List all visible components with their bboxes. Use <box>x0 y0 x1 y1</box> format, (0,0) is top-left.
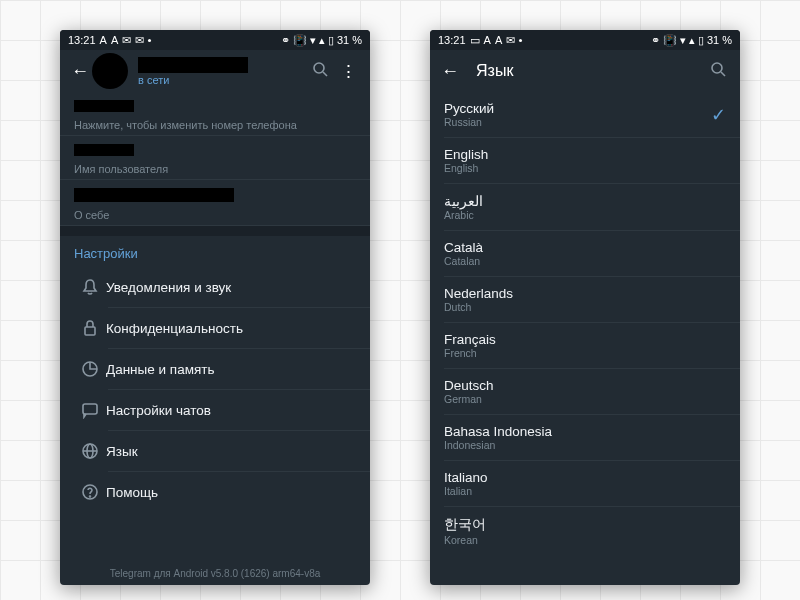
profile-name <box>138 57 248 73</box>
status-bar: 13:21 ▭ A A ✉ ⚭ 📳 ▾ ▴ ▯ 31 % <box>430 30 740 50</box>
language-english: German <box>444 393 494 405</box>
back-button[interactable]: ← <box>68 61 92 82</box>
language-native: العربية <box>444 193 483 209</box>
language-native: Français <box>444 332 496 347</box>
svg-point-9 <box>90 496 91 497</box>
check-icon: ✓ <box>711 104 726 126</box>
more-button[interactable]: ⋮ <box>334 61 362 82</box>
svg-rect-4 <box>83 404 97 414</box>
font-icon: A <box>484 34 491 46</box>
font-icon: A <box>111 34 118 46</box>
language-option[interactable]: Bahasa IndonesiaIndonesian <box>430 415 740 460</box>
svg-rect-2 <box>85 327 95 335</box>
language-english: Russian <box>444 116 494 128</box>
settings-screen: 13:21 A A ✉ ✉ ⚭ 📳 ▾ ▴ ▯ 31 % ← в сети ⋮ … <box>60 30 370 585</box>
divider <box>60 226 370 236</box>
version-text: Telegram для Android v5.8.0 (1626) arm64… <box>60 568 370 579</box>
bell-icon <box>74 278 106 296</box>
mail-icon: ✉ <box>506 34 515 47</box>
wifi-icon: ▾ <box>680 34 686 47</box>
language-english: Arabic <box>444 209 483 221</box>
app-bar: ← Язык <box>430 50 740 92</box>
language-english: Catalan <box>444 255 483 267</box>
language-english: Indonesian <box>444 439 552 451</box>
back-button[interactable]: ← <box>438 61 462 82</box>
vibrate-icon: 📳 <box>663 34 677 47</box>
pic-icon: ▭ <box>470 34 480 47</box>
row-privacy[interactable]: Конфиденциальность <box>60 308 370 348</box>
language-native: English <box>444 147 488 162</box>
chat-icon <box>74 401 106 419</box>
online-status: в сети <box>138 74 306 86</box>
vibrate-icon: 📳 <box>293 34 307 47</box>
lock-icon <box>74 319 106 337</box>
language-english: Korean <box>444 534 486 546</box>
language-native: Русский <box>444 101 494 116</box>
search-icon <box>311 60 329 78</box>
language-list: РусскийRussian✓EnglishEnglishالعربيةArab… <box>430 92 740 555</box>
phone-field[interactable]: Нажмите, чтобы изменить номер телефона <box>60 92 370 136</box>
link-icon: ⚭ <box>651 34 660 47</box>
avatar[interactable] <box>92 53 128 89</box>
language-option[interactable]: EnglishEnglish <box>430 138 740 183</box>
language-native: Deutsch <box>444 378 494 393</box>
status-time: 13:21 <box>438 34 466 46</box>
font-icon: A <box>495 34 502 46</box>
svg-line-11 <box>721 72 725 76</box>
page-title: Язык <box>476 62 704 80</box>
language-option[interactable]: CatalàCatalan <box>430 231 740 276</box>
language-english: Italian <box>444 485 488 497</box>
more-icon <box>148 39 151 42</box>
pie-icon <box>74 360 106 378</box>
svg-line-1 <box>323 72 327 76</box>
globe-icon <box>74 442 106 460</box>
wifi-icon: ▾ <box>310 34 316 47</box>
svg-point-10 <box>712 63 722 73</box>
more-icon <box>519 39 522 42</box>
row-language[interactable]: Язык <box>60 431 370 471</box>
status-battery: 31 % <box>337 34 362 46</box>
signal-icon: ▴ <box>689 34 695 47</box>
settings-header: Настройки <box>60 236 370 267</box>
language-screen: 13:21 ▭ A A ✉ ⚭ 📳 ▾ ▴ ▯ 31 % ← Язык Русс… <box>430 30 740 585</box>
app-bar: ← в сети ⋮ <box>60 50 370 92</box>
link-icon: ⚭ <box>281 34 290 47</box>
font-icon: A <box>100 34 107 46</box>
help-icon <box>74 483 106 501</box>
status-bar: 13:21 A A ✉ ✉ ⚭ 📳 ▾ ▴ ▯ 31 % <box>60 30 370 50</box>
battery-icon: ▯ <box>698 34 704 47</box>
mail-icon: ✉ <box>135 34 144 47</box>
status-battery: 31 % <box>707 34 732 46</box>
language-option[interactable]: РусскийRussian✓ <box>430 92 740 137</box>
row-chats[interactable]: Настройки чатов <box>60 390 370 430</box>
language-native: 한국어 <box>444 516 486 534</box>
language-option[interactable]: العربيةArabic <box>430 184 740 230</box>
about-field[interactable]: О себе <box>60 180 370 226</box>
signal-icon: ▴ <box>319 34 325 47</box>
language-native: Català <box>444 240 483 255</box>
language-option[interactable]: FrançaisFrench <box>430 323 740 368</box>
language-option[interactable]: DeutschGerman <box>430 369 740 414</box>
mail-icon: ✉ <box>122 34 131 47</box>
language-english: English <box>444 162 488 174</box>
language-option[interactable]: NederlandsDutch <box>430 277 740 322</box>
battery-icon: ▯ <box>328 34 334 47</box>
status-time: 13:21 <box>68 34 96 46</box>
language-native: Nederlands <box>444 286 513 301</box>
svg-point-0 <box>314 63 324 73</box>
row-data[interactable]: Данные и память <box>60 349 370 389</box>
row-notifications[interactable]: Уведомления и звук <box>60 267 370 307</box>
search-button[interactable] <box>704 60 732 83</box>
language-option[interactable]: ItalianoItalian <box>430 461 740 506</box>
language-native: Bahasa Indonesia <box>444 424 552 439</box>
language-english: French <box>444 347 496 359</box>
language-english: Dutch <box>444 301 513 313</box>
row-help[interactable]: Помощь <box>60 472 370 512</box>
language-native: Italiano <box>444 470 488 485</box>
search-icon <box>709 60 727 78</box>
search-button[interactable] <box>306 60 334 83</box>
username-field[interactable]: Имя пользователя <box>60 136 370 180</box>
language-option[interactable]: 한국어Korean <box>430 507 740 555</box>
